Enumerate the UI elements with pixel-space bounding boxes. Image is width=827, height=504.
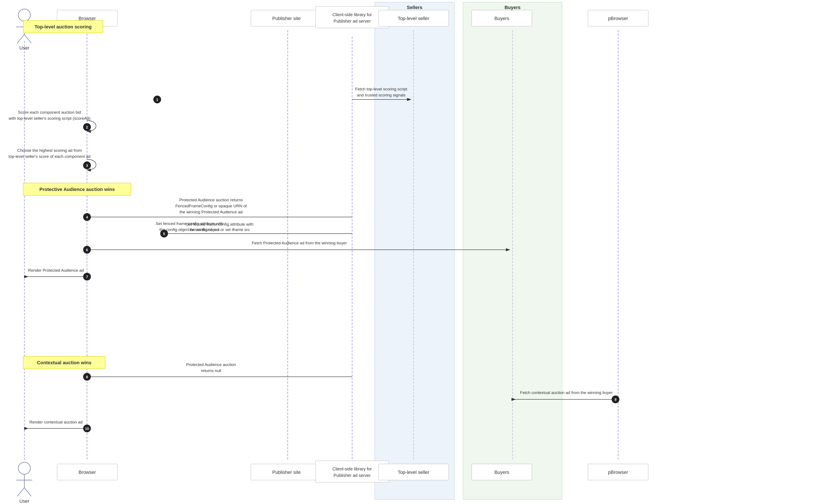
- svg-rect-17: [315, 6, 389, 28]
- svg-rect-11: [463, 2, 562, 500]
- svg-text:returns null: returns null: [201, 368, 221, 373]
- svg-text:Top-level auction scoring: Top-level auction scoring: [35, 24, 92, 30]
- svg-rect-9: [375, 2, 454, 500]
- svg-point-72: [612, 396, 619, 403]
- svg-text:6: 6: [86, 248, 88, 252]
- svg-text:Publisher ad server: Publisher ad server: [334, 19, 371, 23]
- svg-rect-83: [315, 461, 389, 482]
- svg-rect-90: [588, 464, 648, 480]
- svg-text:3: 3: [86, 164, 88, 167]
- svg-line-29: [17, 35, 25, 43]
- svg-text:2: 2: [86, 125, 88, 129]
- svg-line-95: [17, 488, 25, 496]
- svg-text:Fetch Protected Audience ad fr: Fetch Protected Audience ad from the win…: [252, 241, 347, 245]
- svg-rect-102: [23, 356, 105, 369]
- svg-text:Contextual auction wins: Contextual auction wins: [37, 360, 91, 365]
- svg-rect-100: [23, 183, 131, 196]
- svg-text:Fetch contextual auction ad fr: Fetch contextual auction ad from the win…: [520, 390, 613, 395]
- svg-text:User: User: [19, 45, 29, 51]
- svg-text:Browser: Browser: [79, 469, 96, 475]
- svg-rect-20: [379, 10, 449, 26]
- svg-text:Publisher ad server: Publisher ad server: [334, 473, 371, 478]
- svg-text:Score each component auction b: Score each component auction bid: [18, 110, 81, 114]
- svg-text:Top-level seller: Top-level seller: [398, 16, 429, 21]
- svg-text:the winning Protected Audience: the winning Protected Audience ad: [180, 210, 243, 214]
- svg-point-63: [83, 273, 91, 281]
- svg-text:the config object or set ifram: the config object or set iframe src: [159, 228, 220, 232]
- svg-rect-13: [57, 10, 117, 26]
- svg-line-30: [25, 35, 31, 43]
- svg-text:User: User: [19, 498, 29, 504]
- svg-point-67: [83, 373, 91, 381]
- svg-text:Top-level seller: Top-level seller: [398, 469, 429, 475]
- svg-text:top-level seller's score of ea: top-level seller's score of each compone…: [9, 154, 91, 159]
- svg-text:FencedFrameConfig or opaque UR: FencedFrameConfig or opaque URN of: [175, 204, 247, 208]
- svg-rect-22: [472, 10, 532, 26]
- svg-text:Sellers: Sellers: [407, 5, 422, 10]
- svg-text:9: 9: [615, 398, 617, 402]
- svg-text:Publisher site: Publisher site: [272, 469, 301, 475]
- svg-text:the config object or set ifram: the config object or set iframe src: [190, 228, 250, 232]
- svg-text:Fetch top-level scoring script: Fetch top-level scoring script: [355, 87, 407, 91]
- svg-rect-88: [472, 464, 532, 480]
- svg-point-76: [83, 424, 91, 432]
- svg-point-92: [18, 462, 30, 474]
- svg-text:4: 4: [86, 215, 88, 219]
- svg-text:Render Protected Audience ad: Render Protected Audience ad: [28, 268, 84, 272]
- svg-line-96: [25, 488, 31, 496]
- svg-text:Buyers: Buyers: [494, 16, 509, 21]
- svg-rect-86: [379, 464, 449, 480]
- svg-text:Protected Audience auction: Protected Audience auction: [186, 362, 236, 367]
- svg-text:Protected Audience auction ret: Protected Audience auction returns: [179, 198, 243, 202]
- svg-rect-98: [23, 20, 103, 33]
- diagram-container: Sellers Buyers Browser Publisher site Cl…: [0, 0, 827, 504]
- svg-point-46: [83, 213, 91, 221]
- svg-text:Client-side library for: Client-side library for: [332, 12, 372, 17]
- svg-rect-15: [251, 10, 322, 26]
- svg-text:1: 1: [156, 98, 158, 102]
- svg-text:Buyers: Buyers: [494, 469, 509, 475]
- svg-text:Set fenced frame config attrib: Set fenced frame config attribute with: [156, 221, 223, 226]
- svg-text:10: 10: [85, 427, 89, 431]
- svg-point-35: [153, 96, 161, 103]
- svg-point-26: [18, 9, 30, 21]
- svg-text:Client-side library for: Client-side library for: [332, 466, 372, 471]
- svg-text:Render contextual auction ad: Render contextual auction ad: [29, 420, 83, 424]
- svg-point-41: [83, 161, 91, 169]
- sequence-arrows: Sellers Buyers Browser Publisher site Cl…: [0, 0, 827, 504]
- svg-point-37: [83, 123, 91, 131]
- svg-text:pBrowser: pBrowser: [608, 16, 628, 21]
- svg-text:Publisher site: Publisher site: [272, 16, 301, 21]
- svg-text:with top-level seller's scorin: with top-level seller's scoring script (…: [8, 116, 91, 120]
- svg-text:8: 8: [86, 375, 88, 379]
- svg-rect-24: [588, 10, 648, 26]
- svg-text:Set fenced frame config attrib: Set fenced frame config attribute with: [186, 222, 253, 226]
- svg-point-52: [160, 230, 168, 238]
- svg-text:Choose the highest scoring ad : Choose the highest scoring ad from: [17, 148, 82, 153]
- svg-text:pBrowser: pBrowser: [608, 469, 628, 475]
- svg-text:5: 5: [163, 232, 165, 236]
- svg-text:7: 7: [86, 275, 88, 279]
- svg-text:Buyers: Buyers: [504, 5, 521, 10]
- svg-text:and trusted scoring signals: and trusted scoring signals: [357, 93, 405, 97]
- svg-text:Browser: Browser: [79, 16, 96, 21]
- svg-rect-79: [57, 464, 117, 480]
- svg-rect-81: [251, 464, 322, 480]
- svg-text:Protective Audience auction wi: Protective Audience auction wins: [39, 187, 115, 192]
- svg-point-59: [83, 246, 91, 254]
